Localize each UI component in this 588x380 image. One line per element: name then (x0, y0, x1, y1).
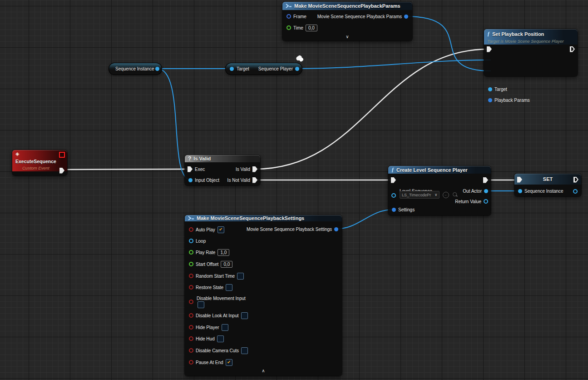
pin-is-valid-out[interactable]: Is Valid (236, 165, 257, 173)
pin-exec-in[interactable]: Exec (188, 165, 205, 173)
node-sequence-instance-getter[interactable]: Sequence Instance (109, 63, 162, 75)
node-set-sequence-instance[interactable]: SET Sequence Instance (514, 174, 581, 196)
node-execute-sequence-event[interactable]: ◈ ExecuteSequence Custom Event (12, 150, 67, 175)
pin-loop[interactable]: Loop (189, 237, 206, 245)
pin-output-settings[interactable]: Movie Scene Sequence Playback Settings (247, 225, 338, 233)
disable-movement-input-checkbox[interactable] (198, 301, 204, 308)
node-header[interactable]: SET (514, 174, 581, 185)
pin-restore-state[interactable]: Restore State (189, 284, 232, 291)
exec-pin-icon[interactable] (517, 177, 522, 183)
node-header[interactable]: ƒ Set Playback Position Target is Movie … (484, 29, 578, 45)
bool-pin-icon[interactable] (189, 227, 193, 232)
bool-pin-icon[interactable] (189, 336, 193, 341)
node-header[interactable]: Make MovieSceneSequencePlaybackSettings (185, 215, 342, 221)
object-pin-icon[interactable] (230, 67, 234, 71)
object-pin-icon[interactable] (188, 178, 193, 182)
play-rate-field[interactable]: 1,0 (217, 249, 229, 256)
pin-target[interactable]: Target (488, 85, 507, 93)
bool-pin-icon[interactable] (189, 300, 193, 304)
struct-pin-icon[interactable] (488, 98, 492, 102)
pin-out-actor[interactable]: Out Actor (463, 187, 488, 195)
float-pin-icon[interactable] (189, 262, 193, 266)
pin-disable-look-at-input[interactable]: Disable Look At Input (189, 312, 248, 319)
struct-pin-icon[interactable] (404, 15, 408, 19)
disable-look-at-input-checkbox[interactable] (241, 312, 248, 319)
exec-pin-icon[interactable] (573, 177, 578, 183)
collapse-chevron-icon[interactable]: ∧ (185, 369, 342, 373)
object-pin-icon[interactable] (391, 193, 396, 198)
hide-player-checkbox[interactable] (222, 324, 228, 331)
event-flag-icon[interactable] (59, 152, 65, 158)
pin-playback-params[interactable]: Playback Params (488, 96, 530, 104)
node-create-level-sequence-player[interactable]: ƒ Create Level Sequence Player Level Seq… (388, 166, 491, 215)
pin-output-params[interactable]: Movie Scene Sequence Playback Params (317, 13, 408, 20)
exec-pin-icon[interactable] (487, 46, 492, 52)
exec-pin-icon[interactable] (59, 168, 64, 174)
node-set-playback-position[interactable]: ƒ Set Playback Position Target is Movie … (484, 29, 578, 76)
pin-exec-out[interactable] (483, 176, 488, 184)
pin-hide-hud[interactable]: Hide Hud (189, 335, 224, 342)
node-header[interactable]: ƒ Create Level Sequence Player (388, 166, 491, 174)
object-pin-icon[interactable] (488, 87, 492, 91)
browse-asset-icon[interactable] (452, 192, 458, 198)
exec-pin-icon[interactable] (188, 166, 193, 172)
object-pin-out-icon[interactable] (573, 189, 578, 194)
hide-hud-checkbox[interactable] (217, 335, 224, 342)
object-pin-icon[interactable] (155, 67, 159, 71)
pin-hide-player[interactable]: Hide Player (189, 324, 228, 331)
node-header[interactable]: ? Is Valid (185, 155, 260, 162)
float-pin-icon[interactable] (189, 250, 193, 255)
pin-exec-in[interactable] (487, 45, 492, 53)
pin-exec-out[interactable] (570, 45, 575, 53)
pause-at-end-checkbox[interactable]: ✔ (226, 359, 232, 366)
float-pin-icon[interactable] (287, 25, 291, 30)
node-make-playback-params[interactable]: Make MovieSceneSequencePlaybackParams Fr… (282, 2, 412, 41)
bool-pin-icon[interactable] (189, 348, 193, 353)
node-sequence-player-getter[interactable]: Target Sequence Player (226, 63, 302, 75)
bool-pin-icon[interactable] (189, 360, 193, 365)
exec-pin-icon[interactable] (570, 46, 575, 52)
pin-auto-play[interactable]: Auto Play ✔ (189, 226, 224, 233)
time-value-field[interactable]: 0,0 (306, 25, 317, 31)
pin-time[interactable]: Time 0,0 (287, 24, 317, 31)
pin-pause-at-end[interactable]: Pause At End ✔ (189, 359, 232, 366)
pin-start-offset[interactable]: Start Offset 0,0 (189, 260, 232, 268)
blueprint-graph-canvas[interactable]: Make MovieSceneSequencePlaybackParams Fr… (0, 0, 588, 380)
node-header[interactable]: ◈ ExecuteSequence Custom Event (12, 150, 67, 171)
struct-pin-icon[interactable] (189, 239, 193, 243)
collapse-chevron-icon[interactable]: ∨ (282, 35, 412, 39)
node-header[interactable]: Make MovieSceneSequencePlaybackParams (282, 2, 412, 10)
struct-pin-icon[interactable] (392, 208, 396, 212)
pin-input-object[interactable]: Input Object (188, 176, 219, 184)
exec-pin-icon[interactable] (391, 177, 396, 183)
pin-disable-camera-cuts[interactable]: Disable Camera Cuts (189, 347, 248, 354)
wire-settings-to-create[interactable] (336, 210, 393, 229)
pin-play-rate[interactable]: Play Rate 1,0 (189, 249, 229, 256)
struct-pin-icon[interactable] (287, 14, 291, 19)
exec-pin-icon[interactable] (483, 177, 488, 183)
node-is-valid[interactable]: ? Is Valid Exec Is Valid Input Object Is… (185, 155, 260, 185)
pin-random-start-time[interactable]: Random Start Time (189, 272, 244, 280)
bool-pin-icon[interactable] (189, 274, 193, 278)
pin-settings[interactable]: Settings (392, 206, 415, 213)
struct-pin-icon[interactable] (334, 227, 338, 231)
pin-is-not-valid-out[interactable]: Is Not Valid (227, 176, 257, 184)
exec-pin-icon[interactable] (252, 177, 257, 183)
pin-exec-in[interactable] (391, 176, 396, 184)
asset-dropdown[interactable]: LS_TimecodePr ∨ (400, 191, 440, 199)
pin-exec-out[interactable] (59, 167, 64, 174)
wire-exec-event-to-isvalid[interactable] (63, 169, 190, 170)
bool-pin-icon[interactable] (189, 325, 193, 330)
object-pin-icon[interactable] (484, 199, 488, 204)
random-start-time-checkbox[interactable] (237, 273, 244, 280)
disable-camera-cuts-checkbox[interactable] (241, 347, 248, 354)
object-pin-icon[interactable] (518, 189, 522, 193)
pin-frame[interactable]: Frame (287, 13, 306, 20)
exec-pin-icon[interactable] (252, 166, 257, 172)
pin-sequence-instance-in[interactable]: Sequence Instance (518, 187, 563, 195)
restore-state-checkbox[interactable] (226, 284, 232, 291)
object-pin-icon[interactable] (295, 67, 299, 71)
bool-pin-icon[interactable] (189, 285, 193, 290)
pin-return-value[interactable]: Return Value (455, 198, 488, 205)
auto-play-checkbox[interactable]: ✔ (217, 226, 224, 233)
